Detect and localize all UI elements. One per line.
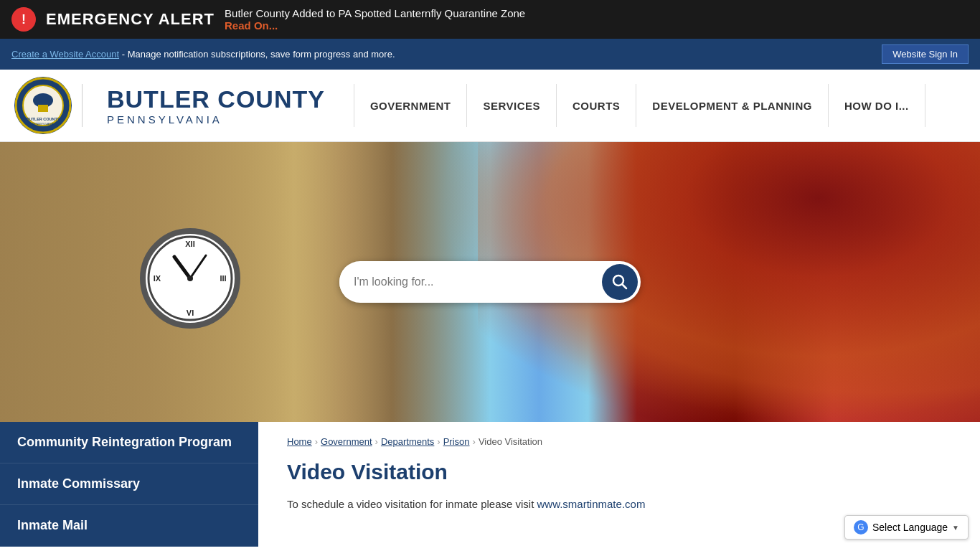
breadcrumb-current: Video Visitation xyxy=(479,436,542,447)
emergency-icon: ! xyxy=(11,7,36,32)
svg-text:III: III xyxy=(220,274,226,283)
breadcrumb-sep-1: › xyxy=(315,436,318,447)
smartinmate-link[interactable]: www.smartinmate.com xyxy=(537,498,646,510)
language-selector[interactable]: G Select Language ▼ xyxy=(844,515,969,540)
svg-text:IX: IX xyxy=(154,274,161,283)
svg-line-15 xyxy=(623,285,627,289)
main-content: Community Reintegration Program Inmate C… xyxy=(0,422,980,547)
breadcrumb-sep-3: › xyxy=(437,436,440,447)
svg-text:VI: VI xyxy=(187,309,194,317)
breadcrumb-sep-2: › xyxy=(375,436,378,447)
county-name: BUTLER COUNTY xyxy=(107,85,325,113)
google-translate-icon: G xyxy=(854,520,868,534)
search-input[interactable] xyxy=(339,265,599,298)
sidebar-item-community-reintegration[interactable]: Community Reintegration Program xyxy=(0,422,258,463)
clock-face: XII III VI IX xyxy=(140,228,240,329)
logo-divider xyxy=(82,84,83,127)
svg-text:BUTLER COUNTY: BUTLER COUNTY xyxy=(26,117,60,121)
emergency-bar: ! EMERGENCY ALERT Butler County Added to… xyxy=(0,0,980,39)
breadcrumb-government[interactable]: Government xyxy=(321,436,372,447)
search-icon xyxy=(612,274,628,290)
sidebar-item-inmate-commissary[interactable]: Inmate Commissary xyxy=(0,463,258,505)
chevron-down-icon: ▼ xyxy=(952,524,959,532)
search-button[interactable] xyxy=(602,264,638,300)
state-name: PENNSYLVANIA xyxy=(107,113,325,126)
breadcrumb-sep-4: › xyxy=(473,436,476,447)
main-nav: GOVERNMENT SERVICES COURTS DEVELOPMENT &… xyxy=(354,84,966,127)
search-container xyxy=(339,261,641,303)
breadcrumb-departments[interactable]: Departments xyxy=(381,436,434,447)
svg-text:XII: XII xyxy=(185,240,194,248)
clock-inner: XII III VI IX xyxy=(147,235,233,321)
emergency-message-block: Butler County Added to PA Spotted Lanter… xyxy=(225,7,525,32)
county-name-block: BUTLER COUNTY PENNSYLVANIA xyxy=(107,85,325,126)
svg-text:PENNSYLVANIA: PENNSYLVANIA xyxy=(32,122,54,126)
logo-area: BUTLER COUNTY PENNSYLVANIA BUTLER COUNTY… xyxy=(14,77,325,134)
emergency-message: Butler County Added to PA Spotted Lanter… xyxy=(225,7,525,19)
account-bar-left: Create a Website Account - Manage notifi… xyxy=(11,49,395,60)
nav-item-how-do-i[interactable]: HOW DO I... xyxy=(829,84,925,127)
nav-item-government[interactable]: GOVERNMENT xyxy=(354,84,468,127)
account-bar-description: - Manage notification subscriptions, sav… xyxy=(122,49,395,60)
nav-item-courts[interactable]: COURTS xyxy=(557,84,636,127)
nav-item-dev-planning[interactable]: DEVELOPMENT & PLANNING xyxy=(636,84,829,127)
hero-section: XII III VI IX xyxy=(0,142,980,422)
page-body: To schedule a video visitation for inmat… xyxy=(287,496,951,513)
emergency-read-link[interactable]: Read On... xyxy=(225,19,525,32)
sign-in-button[interactable]: Website Sign In xyxy=(882,44,969,64)
clock-svg: XII III VI IX xyxy=(147,235,233,321)
breadcrumb: Home › Government › Departments › Prison… xyxy=(287,436,951,447)
svg-point-13 xyxy=(187,276,193,281)
nav-item-services[interactable]: SERVICES xyxy=(467,84,557,127)
sidebar: Community Reintegration Program Inmate C… xyxy=(0,422,258,547)
county-logo: BUTLER COUNTY PENNSYLVANIA xyxy=(14,77,72,134)
breadcrumb-prison[interactable]: Prison xyxy=(443,436,470,447)
body-text: To schedule a video visitation for inmat… xyxy=(287,498,537,510)
create-account-link[interactable]: Create a Website Account xyxy=(11,49,119,60)
account-bar: Create a Website Account - Manage notifi… xyxy=(0,39,980,70)
breadcrumb-home[interactable]: Home xyxy=(287,436,312,447)
page-title: Video Visitation xyxy=(287,460,951,484)
sidebar-item-inmate-mail[interactable]: Inmate Mail xyxy=(0,505,258,547)
language-selector-label: Select Language xyxy=(872,522,948,533)
svg-rect-3 xyxy=(38,105,48,112)
header: BUTLER COUNTY PENNSYLVANIA BUTLER COUNTY… xyxy=(0,70,980,142)
emergency-title: EMERGENCY ALERT xyxy=(46,10,215,29)
